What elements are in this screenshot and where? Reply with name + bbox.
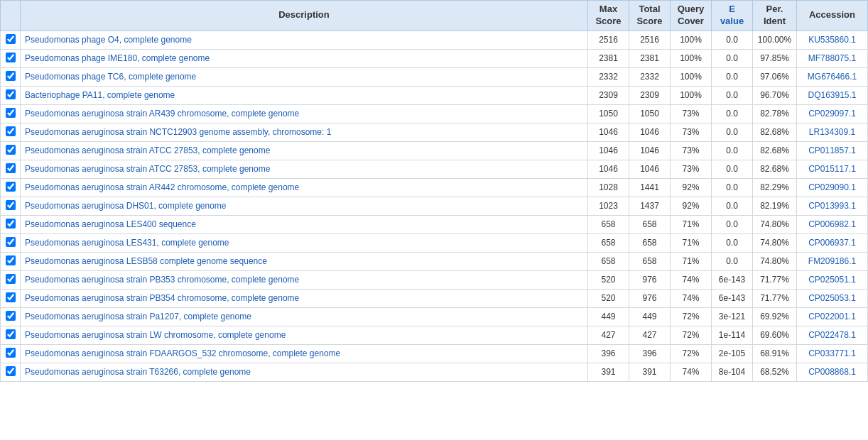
- row-checkbox[interactable]: [6, 71, 16, 81]
- accession-link[interactable]: KU535860.1: [808, 35, 856, 45]
- row-description[interactable]: Pseudomonas aeruginosa strain PB353 chro…: [21, 270, 588, 289]
- row-description[interactable]: Pseudomonas aeruginosa strain FDAARGOS_5…: [21, 344, 588, 363]
- description-link[interactable]: Pseudomonas aeruginosa strain AR442 chro…: [25, 182, 299, 192]
- row-checkbox-cell[interactable]: [1, 86, 21, 104]
- row-checkbox-cell[interactable]: [1, 307, 21, 326]
- row-accession[interactable]: CP011857.1: [797, 141, 868, 160]
- row-accession[interactable]: CP015117.1: [797, 160, 868, 178]
- row-checkbox-cell[interactable]: [1, 178, 21, 197]
- row-accession[interactable]: CP022001.1: [797, 307, 868, 326]
- row-checkbox-cell[interactable]: [1, 141, 21, 160]
- accession-link[interactable]: CP025051.1: [808, 275, 856, 285]
- row-checkbox-cell[interactable]: [1, 233, 21, 252]
- row-checkbox-cell[interactable]: [1, 326, 21, 344]
- row-checkbox-cell[interactable]: [1, 215, 21, 233]
- row-checkbox[interactable]: [6, 255, 16, 265]
- row-description[interactable]: Bacteriophage PA11, complete genome: [21, 86, 588, 104]
- description-link[interactable]: Pseudomonas aeruginosa strain Pa1207, co…: [25, 312, 251, 321]
- row-checkbox[interactable]: [6, 237, 16, 247]
- row-checkbox[interactable]: [6, 126, 16, 136]
- row-description[interactable]: Pseudomonas aeruginosa strain Pa1207, co…: [21, 307, 588, 326]
- header-description[interactable]: Description: [21, 1, 588, 31]
- row-description[interactable]: Pseudomonas phage O4, complete genome: [21, 31, 588, 49]
- accession-link[interactable]: DQ163915.1: [808, 90, 856, 100]
- row-description[interactable]: Pseudomonas aeruginosa strain AR439 chro…: [21, 104, 588, 123]
- row-accession[interactable]: CP029097.1: [797, 104, 868, 123]
- header-evalue[interactable]: Evalue: [712, 1, 753, 31]
- row-accession[interactable]: CP033771.1: [797, 344, 868, 363]
- accession-link[interactable]: CP033771.1: [808, 348, 856, 358]
- row-description[interactable]: Pseudomonas aeruginosa strain LW chromos…: [21, 326, 588, 344]
- row-description[interactable]: Pseudomonas aeruginosa LES400 sequence: [21, 215, 588, 233]
- row-accession[interactable]: MF788075.1: [797, 49, 868, 67]
- header-perident[interactable]: Per.Ident: [753, 1, 797, 31]
- accession-link[interactable]: FM209186.1: [808, 256, 856, 266]
- row-accession[interactable]: CP006937.1: [797, 233, 868, 252]
- description-link[interactable]: Pseudomonas aeruginosa strain PB354 chro…: [25, 293, 299, 303]
- header-accession[interactable]: Accession: [797, 1, 868, 31]
- description-link[interactable]: Pseudomonas aeruginosa strain T63266, co…: [25, 367, 251, 377]
- row-checkbox-cell[interactable]: [1, 67, 21, 86]
- row-checkbox-cell[interactable]: [1, 49, 21, 67]
- row-checkbox-cell[interactable]: [1, 197, 21, 215]
- description-link[interactable]: Pseudomonas aeruginosa strain FDAARGOS_5…: [25, 348, 340, 358]
- header-querycover[interactable]: QueryCover: [671, 1, 712, 31]
- row-accession[interactable]: CP013993.1: [797, 197, 868, 215]
- accession-link[interactable]: CP013993.1: [808, 201, 856, 211]
- row-description[interactable]: Pseudomonas aeruginosa strain NCTC12903 …: [21, 123, 588, 141]
- row-description[interactable]: Pseudomonas aeruginosa strain PB354 chro…: [21, 289, 588, 307]
- row-checkbox[interactable]: [6, 89, 16, 99]
- row-accession[interactable]: CP022478.1: [797, 326, 868, 344]
- row-checkbox-cell[interactable]: [1, 160, 21, 178]
- row-checkbox-cell[interactable]: [1, 252, 21, 270]
- description-link[interactable]: Pseudomonas phage IME180, complete genom…: [25, 53, 210, 63]
- header-maxscore[interactable]: MaxScore: [588, 1, 629, 31]
- row-checkbox[interactable]: [6, 329, 16, 339]
- row-checkbox[interactable]: [6, 366, 16, 376]
- accession-link[interactable]: MG676466.1: [808, 72, 857, 82]
- accession-link[interactable]: CP006937.1: [808, 238, 856, 248]
- description-link[interactable]: Pseudomonas aeruginosa LES431, complete …: [25, 238, 229, 248]
- accession-link[interactable]: CP029090.1: [808, 182, 856, 192]
- description-link[interactable]: Bacteriophage PA11, complete genome: [25, 90, 175, 100]
- row-checkbox-cell[interactable]: [1, 123, 21, 141]
- row-checkbox-cell[interactable]: [1, 289, 21, 307]
- row-description[interactable]: Pseudomonas aeruginosa strain T63266, co…: [21, 363, 588, 381]
- row-checkbox-cell[interactable]: [1, 270, 21, 289]
- row-description[interactable]: Pseudomonas aeruginosa strain ATCC 27853…: [21, 141, 588, 160]
- row-accession[interactable]: CP025051.1: [797, 270, 868, 289]
- description-link[interactable]: Pseudomonas aeruginosa LESB58 complete g…: [25, 256, 267, 266]
- row-checkbox[interactable]: [6, 274, 16, 284]
- row-checkbox[interactable]: [6, 53, 16, 62]
- accession-link[interactable]: CP025053.1: [808, 293, 856, 303]
- row-accession[interactable]: MG676466.1: [797, 67, 868, 86]
- row-accession[interactable]: KU535860.1: [797, 31, 868, 49]
- row-checkbox-cell[interactable]: [1, 344, 21, 363]
- description-link[interactable]: Pseudomonas aeruginosa strain ATCC 27853…: [25, 164, 270, 174]
- row-description[interactable]: Pseudomonas phage TC6, complete genome: [21, 67, 588, 86]
- row-checkbox-cell[interactable]: [1, 104, 21, 123]
- row-accession[interactable]: FM209186.1: [797, 252, 868, 270]
- row-description[interactable]: Pseudomonas aeruginosa strain AR442 chro…: [21, 178, 588, 197]
- description-link[interactable]: Pseudomonas aeruginosa DHS01, complete g…: [25, 201, 227, 211]
- row-description[interactable]: Pseudomonas aeruginosa LESB58 complete g…: [21, 252, 588, 270]
- accession-link[interactable]: CP029097.1: [808, 109, 856, 119]
- description-link[interactable]: Pseudomonas aeruginosa strain NCTC12903 …: [25, 127, 331, 137]
- accession-link[interactable]: MF788075.1: [808, 53, 856, 63]
- row-checkbox[interactable]: [6, 292, 16, 302]
- description-link[interactable]: Pseudomonas aeruginosa strain ATCC 27853…: [25, 145, 270, 155]
- row-checkbox-cell[interactable]: [1, 31, 21, 49]
- description-link[interactable]: Pseudomonas aeruginosa strain LW chromos…: [25, 330, 286, 340]
- accession-link[interactable]: LR134309.1: [809, 127, 855, 137]
- row-accession[interactable]: LR134309.1: [797, 123, 868, 141]
- row-description[interactable]: Pseudomonas phage IME180, complete genom…: [21, 49, 588, 67]
- description-link[interactable]: Pseudomonas aeruginosa LES400 sequence: [25, 219, 196, 229]
- accession-link[interactable]: CP006982.1: [808, 219, 856, 229]
- row-checkbox[interactable]: [6, 311, 16, 321]
- accession-link[interactable]: CP015117.1: [808, 164, 856, 174]
- row-checkbox[interactable]: [6, 163, 16, 173]
- row-accession[interactable]: DQ163915.1: [797, 86, 868, 104]
- row-checkbox[interactable]: [6, 145, 16, 155]
- row-description[interactable]: Pseudomonas aeruginosa LES431, complete …: [21, 233, 588, 252]
- accession-link[interactable]: CP022478.1: [808, 330, 856, 340]
